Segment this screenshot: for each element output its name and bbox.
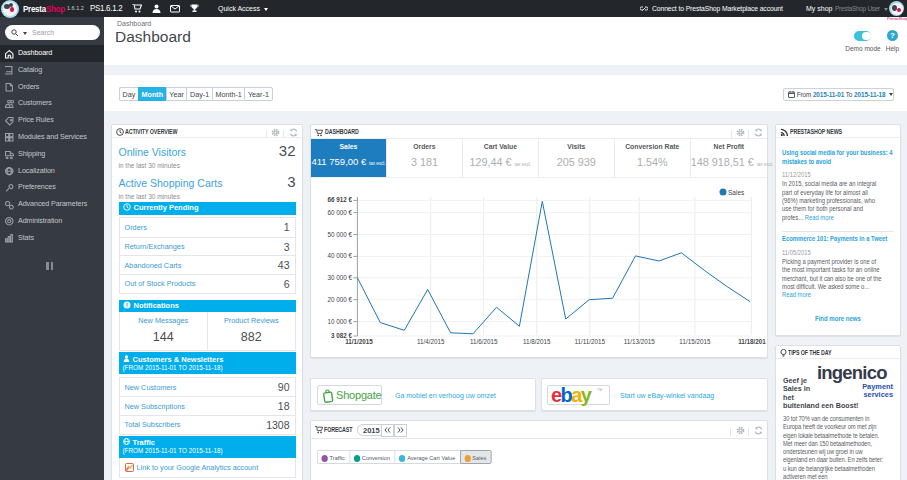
svg-text:20 000 €: 20 000 € (327, 296, 352, 303)
svg-text:60 000 €: 60 000 € (327, 209, 352, 216)
svg-text:40 000 €: 40 000 € (327, 252, 352, 259)
svg-text:30 000 €: 30 000 € (327, 274, 352, 281)
svg-text:11/4/2015: 11/4/2015 (417, 338, 445, 345)
svg-text:11/13/2015: 11/13/2015 (624, 338, 656, 345)
svg-text:11/18/201: 11/18/201 (738, 338, 766, 345)
svg-text:11/1/2015: 11/1/2015 (345, 338, 373, 345)
svg-text:11/8/2015: 11/8/2015 (523, 338, 551, 345)
svg-text:10 000 €: 10 000 € (327, 318, 352, 325)
svg-text:Sales: Sales (728, 189, 745, 196)
svg-text:66 912 €: 66 912 € (327, 196, 352, 203)
svg-text:11/11/2015: 11/11/2015 (575, 338, 606, 345)
svg-text:50 000 €: 50 000 € (327, 231, 352, 238)
svg-text:11/6/2015: 11/6/2015 (470, 338, 498, 345)
svg-text:11/15/2015: 11/15/2015 (679, 338, 711, 345)
